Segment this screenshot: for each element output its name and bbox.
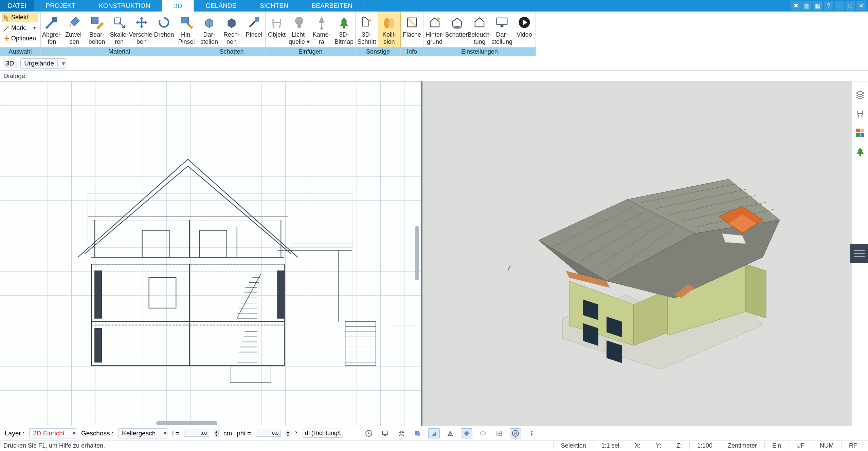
tree-icon <box>337 15 351 30</box>
collision-icon <box>382 15 397 30</box>
svg-point-10 <box>321 27 323 30</box>
dl-input[interactable] <box>303 429 343 438</box>
swatches-icon[interactable] <box>854 127 866 138</box>
app-icon-tools[interactable]: ✖ <box>791 1 801 11</box>
flaeche-button[interactable]: Fläche <box>401 12 423 47</box>
lichtquelle-button[interactable]: Licht-quelle ▾ <box>288 12 310 47</box>
snap-disk-icon[interactable] <box>477 428 489 438</box>
layer-combo[interactable]: 2D Einricht ▼ <box>29 428 76 438</box>
hinpinsel-button[interactable]: Hin.Pinsel <box>175 12 198 47</box>
kamera-button[interactable]: Kame-ra <box>310 12 333 47</box>
drehen-button[interactable]: Drehen <box>153 12 175 47</box>
chair-icon[interactable] <box>854 108 866 119</box>
darstellung-button[interactable]: Dar-stellung <box>491 12 513 47</box>
view-2d[interactable] <box>0 81 422 426</box>
svg-rect-29 <box>345 322 376 366</box>
horizontal-scrollbar-thumb[interactable] <box>156 421 217 425</box>
side-drawer-handle[interactable] <box>850 244 868 263</box>
svg-rect-26 <box>95 271 102 318</box>
tree-icon[interactable] <box>854 146 866 157</box>
kollision-button[interactable]: Kolli-sion <box>378 12 400 47</box>
beleuchtung-button[interactable]: Beleuch-tung <box>468 12 491 47</box>
house-bg-icon <box>427 15 442 30</box>
svg-rect-43 <box>860 154 861 156</box>
bearbeiten-button[interactable]: Bear-beiten <box>86 12 108 47</box>
length-input[interactable] <box>184 430 209 437</box>
view-3d[interactable] <box>422 81 852 426</box>
svg-rect-41 <box>856 133 860 137</box>
cursor-icon <box>4 15 10 21</box>
status-num: NUM <box>812 442 841 449</box>
schatten-pinsel-button[interactable]: Pinsel <box>243 12 265 47</box>
status-z: Z: <box>669 442 689 449</box>
house-shadow-icon <box>450 15 465 30</box>
tab-bearbeiten[interactable]: BEARBEITEN <box>300 0 364 12</box>
abgreifen-button[interactable]: Abgrei-fen <box>41 12 63 47</box>
bucket-icon <box>67 15 82 30</box>
move-icon <box>134 15 149 30</box>
snap-diamond-icon[interactable] <box>461 428 472 438</box>
phi-spinner[interactable]: ▲▼ <box>286 430 290 437</box>
skalieren-button[interactable]: Skalie-ren <box>108 12 130 47</box>
grid-toggle-icon[interactable] <box>493 428 505 438</box>
zuweisen-button[interactable]: Zuwei-sen <box>63 12 86 47</box>
svg-rect-28 <box>277 271 284 318</box>
tab-konstruktion[interactable]: KONSTRUKTION <box>87 0 162 12</box>
selekt-button[interactable]: Selekt <box>2 13 38 22</box>
app-icon-stack[interactable]: ▦ <box>813 1 822 11</box>
sheets-icon[interactable] <box>412 428 423 438</box>
snap-tri2-icon[interactable] <box>445 428 456 438</box>
status-selcount: 1:1 sel <box>594 442 627 449</box>
hintergrund-button[interactable]: Hinter-grund <box>423 12 446 47</box>
schatten-rechnen-button[interactable]: Rech-nen <box>220 12 243 47</box>
cube-shade-icon <box>202 15 217 30</box>
maximize-button[interactable]: □ <box>846 1 855 11</box>
svg-point-48 <box>402 431 404 433</box>
einst-schatten-button[interactable]: Schatten <box>446 12 468 47</box>
svg-point-13 <box>388 18 395 29</box>
chevron-down-icon: ▼ <box>159 430 167 437</box>
splitter-handle[interactable] <box>415 226 419 280</box>
svg-rect-46 <box>384 435 386 436</box>
phi-label: phi = <box>237 430 251 437</box>
video-button[interactable]: Video <box>513 12 536 47</box>
layers-icon[interactable] <box>854 89 866 100</box>
group-icon[interactable] <box>396 428 407 438</box>
terrain-combo[interactable]: Urgelände ▼ <box>20 58 66 69</box>
monitor-icon <box>494 15 509 30</box>
screen-icon[interactable] <box>379 428 391 438</box>
tab-file[interactable]: DATEI <box>0 0 34 12</box>
more-icon[interactable] <box>526 428 538 438</box>
svg-rect-9 <box>298 25 301 28</box>
length-spinner[interactable]: ▲▼ <box>214 430 219 437</box>
geschoss-combo[interactable]: Kellergesch ▼ <box>118 428 167 438</box>
app-icon-tidy[interactable]: ▥ <box>802 1 812 11</box>
app-icon-help[interactable]: ? <box>824 1 833 11</box>
objekt-button[interactable]: Objekt <box>266 12 288 47</box>
snap-tri1-icon[interactable] <box>428 428 440 438</box>
plus-icon <box>4 36 10 42</box>
compass-icon[interactable]: N <box>510 428 521 438</box>
optionen-button[interactable]: Optionen <box>2 34 38 43</box>
minimize-button[interactable]: — <box>835 1 844 11</box>
tab-sichten[interactable]: SICHTEN <box>248 0 300 12</box>
phi-input[interactable] <box>256 430 281 437</box>
group-label-sonstige: Sonstige <box>356 47 400 56</box>
layer-label: Layer : <box>5 430 24 437</box>
group-label-einstellungen: Einstellungen <box>423 47 536 56</box>
3dbitmap-button[interactable]: 3D-Bitmap <box>333 12 355 47</box>
3dschnitt-button[interactable]: 3D-Schnitt <box>356 12 378 47</box>
main-area <box>0 81 868 426</box>
mode-indicator[interactable]: 3D <box>3 59 17 68</box>
verschieben-button[interactable]: Verschie-ben <box>130 12 153 47</box>
schatten-darstellen-button[interactable]: Dar-stellen <box>198 12 220 47</box>
mark-button[interactable]: Mark. ▼ <box>2 23 38 33</box>
tab-gelaende[interactable]: GELÄNDE <box>194 0 248 12</box>
wand-icon <box>4 25 10 31</box>
window-buttons: ✖ ▥ ▦ ? — □ ✕ <box>791 0 868 12</box>
close-button[interactable]: ✕ <box>856 1 866 11</box>
clock-icon[interactable] <box>363 428 375 438</box>
tab-3d[interactable]: 3D <box>162 0 194 12</box>
layer-value: 2D Einricht <box>30 429 68 438</box>
tab-projekt[interactable]: PROJEKT <box>34 0 88 12</box>
